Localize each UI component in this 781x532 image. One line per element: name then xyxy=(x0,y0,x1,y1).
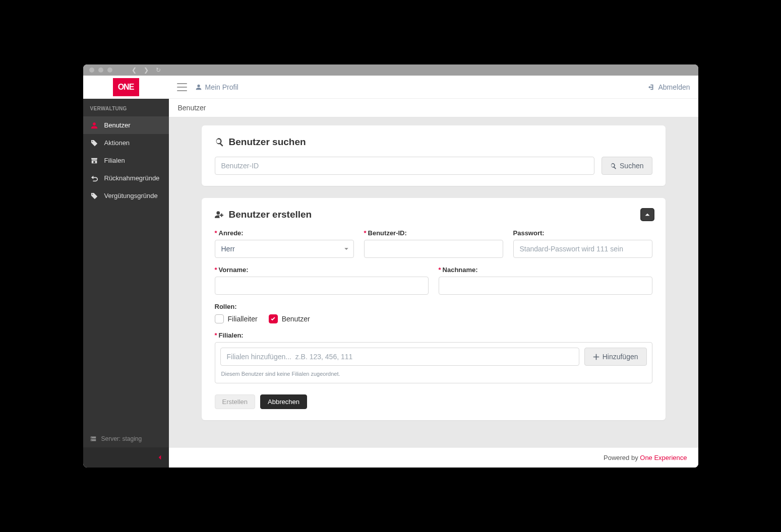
search-button[interactable]: Suchen xyxy=(602,157,652,175)
anrede-label: *Anrede: xyxy=(215,229,354,237)
tag-icon xyxy=(90,192,98,200)
checkbox-checked-icon xyxy=(269,314,278,323)
logout-icon xyxy=(648,84,655,91)
profile-label: Mein Profil xyxy=(205,83,238,91)
search-icon xyxy=(610,163,617,169)
tag-icon xyxy=(90,140,98,147)
plus-icon xyxy=(593,354,599,360)
sidebar-item-label: Aktionen xyxy=(104,139,130,147)
benutzer-id-input[interactable] xyxy=(364,240,503,258)
sidebar-item-verguetung[interactable]: Vergütungsgründe xyxy=(83,187,169,205)
app-window: ❮ ❯ ↻ ONE VERWALTUNG Benutzer Aktionen F… xyxy=(83,64,698,468)
return-icon xyxy=(90,175,98,182)
chevron-up-icon xyxy=(644,212,650,218)
role-benutzer-checkbox[interactable]: Benutzer xyxy=(269,314,310,323)
card-collapse-toggle[interactable] xyxy=(640,208,654,221)
benutzer-id-label: *Benutzer-ID: xyxy=(364,229,503,237)
profile-link[interactable]: Mein Profil xyxy=(195,83,238,91)
filialen-add-button[interactable]: Hinzufügen xyxy=(584,348,647,366)
logout-link[interactable]: Abmelden xyxy=(648,83,690,91)
nachname-input[interactable] xyxy=(439,277,652,295)
filialen-box: Hinzufügen Diesem Benutzer sind keine Fi… xyxy=(215,342,652,383)
logo-badge: ONE xyxy=(113,78,139,96)
store-icon xyxy=(90,157,98,164)
sidebar-section-label: VERWALTUNG xyxy=(83,99,169,116)
sidebar-item-label: Filialen xyxy=(104,157,125,164)
search-input[interactable] xyxy=(215,157,595,175)
hamburger-menu[interactable] xyxy=(177,83,187,91)
user-icon xyxy=(195,84,202,91)
filialen-help-text: Diesem Benutzer sind keine Filialen zuge… xyxy=(221,371,646,377)
create-button[interactable]: Erstellen xyxy=(215,394,256,409)
user-plus-icon xyxy=(215,210,224,219)
passwort-label: Passwort: xyxy=(513,229,652,237)
nav-reload-icon[interactable]: ↻ xyxy=(156,66,161,74)
cancel-button[interactable]: Abbrechen xyxy=(260,394,307,409)
window-close-dot[interactable] xyxy=(89,68,94,73)
window-max-dot[interactable] xyxy=(107,68,112,73)
vorname-label: *Vorname: xyxy=(215,266,429,274)
search-card: Benutzer suchen Suchen xyxy=(202,125,666,186)
vorname-input[interactable] xyxy=(215,277,429,295)
filialen-input[interactable] xyxy=(220,348,579,366)
create-card: Benutzer erstellen *Anrede: *Benutzer-ID… xyxy=(202,198,666,420)
rollen-label: Rollen: xyxy=(215,303,652,310)
window-min-dot[interactable] xyxy=(98,68,103,73)
sidebar-item-label: Vergütungsgründe xyxy=(104,192,158,200)
nav-forward-icon[interactable]: ❯ xyxy=(144,66,149,74)
window-nav: ❮ ❯ ↻ xyxy=(132,66,161,74)
role-label: Benutzer xyxy=(282,315,310,323)
server-icon xyxy=(90,436,96,442)
nav-back-icon[interactable]: ❮ xyxy=(132,66,137,74)
logout-label: Abmelden xyxy=(658,83,690,91)
sidebar-item-filialen[interactable]: Filialen xyxy=(83,152,169,169)
search-card-title: Benutzer suchen xyxy=(215,137,652,148)
sidebar-item-label: Benutzer xyxy=(104,121,131,129)
breadcrumb: Benutzer xyxy=(169,99,698,117)
search-icon xyxy=(215,138,224,147)
role-label: Filialleiter xyxy=(228,315,258,323)
sidebar: ONE VERWALTUNG Benutzer Aktionen Filiale… xyxy=(83,76,169,468)
anrede-value[interactable] xyxy=(215,240,354,258)
users-icon xyxy=(90,122,98,129)
anrede-select[interactable] xyxy=(215,240,354,258)
topbar: Mein Profil Abmelden xyxy=(169,76,698,99)
checkbox-unchecked-icon xyxy=(215,314,224,323)
chevron-left-icon xyxy=(157,454,163,460)
footer-prefix: Powered by xyxy=(604,454,640,461)
passwort-input[interactable] xyxy=(513,240,652,258)
server-label: Server: staging xyxy=(101,435,142,442)
sidebar-item-aktionen[interactable]: Aktionen xyxy=(83,134,169,152)
sidebar-item-ruecknahme[interactable]: Rücknahmegründe xyxy=(83,169,169,187)
window-titlebar: ❮ ❯ ↻ xyxy=(83,64,698,76)
content-area: Benutzer suchen Suchen xyxy=(169,117,698,447)
footer-link[interactable]: One Experience xyxy=(640,454,687,461)
create-card-title: Benutzer erstellen xyxy=(215,209,652,220)
filialen-label: *Filialen: xyxy=(215,331,652,339)
sidebar-item-label: Rücknahmegründe xyxy=(104,174,160,182)
sidebar-collapse[interactable] xyxy=(83,447,169,468)
role-filialleiter-checkbox[interactable]: Filialleiter xyxy=(215,314,258,323)
footer: Powered by One Experience xyxy=(169,447,698,468)
logo-area: ONE xyxy=(83,76,169,99)
server-indicator: Server: staging xyxy=(83,430,169,447)
nachname-label: *Nachname: xyxy=(439,266,652,274)
sidebar-item-benutzer[interactable]: Benutzer xyxy=(83,116,169,134)
